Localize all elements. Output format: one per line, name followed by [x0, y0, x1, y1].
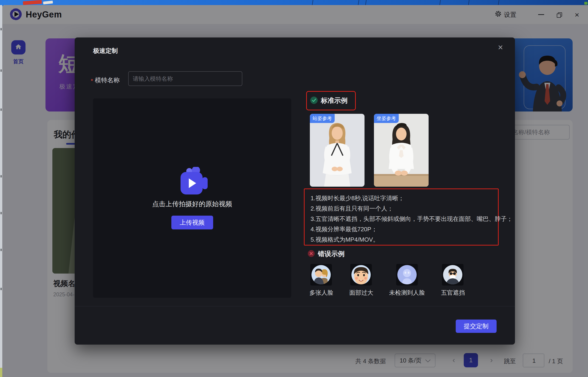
face-too-large-icon	[350, 264, 372, 285]
standard-example-label: 标准示例	[321, 96, 348, 105]
modal-title: 极速定制	[93, 47, 118, 55]
required-mark: *	[91, 77, 93, 85]
app-window: HeyGem 设置 × 首页 短 极速定	[2, 5, 588, 377]
x-circle-icon	[307, 250, 315, 258]
standing-pose-badge: 站姿参考	[310, 114, 335, 123]
no-face-detected-icon	[396, 264, 418, 285]
wallpaper-line	[358, 0, 359, 5]
upload-video-button[interactable]: 上传视频	[171, 216, 213, 229]
model-name-label: 模特名称	[95, 76, 120, 84]
modal-footer-divider	[75, 306, 515, 306]
wallpaper-line	[365, 0, 366, 5]
wallpaper-line	[468, 0, 469, 5]
error-example-label: 错误示例	[318, 249, 345, 259]
submit-custom-button[interactable]: 提交定制	[456, 319, 497, 333]
wallpaper-green-shape	[584, 2, 588, 5]
video-requirements-list: 1.视频时长最少8秒,说话吐字清晰； 2.视频前后有且只有同一个人； 3.五官清…	[304, 188, 499, 246]
rule-item: 4.视频分辨率最低720P；	[311, 224, 496, 235]
wallpaper-line	[439, 0, 441, 5]
error-example-header: 错误示例	[307, 249, 345, 259]
error-example-multiple-faces: 多张人脸	[309, 264, 333, 297]
error-example-face-too-large: 面部过大	[349, 264, 373, 297]
wallpaper-red-shape	[23, 0, 42, 5]
multiple-faces-icon	[310, 264, 332, 285]
error-example-no-face: 未检测到人脸	[387, 264, 427, 297]
error-example-occluded-face: 五官遮挡	[441, 264, 464, 297]
upload-hint: 点击上传拍摄好的原始视频	[93, 200, 291, 209]
desktop-edge-strip	[0, 5, 2, 377]
standard-example-highlight: 标准示例	[306, 91, 356, 110]
rule-item: 3.五官清晰不遮挡，头部不倾斜或侧向，手势不要出现在面部、嘴巴、脖子；	[311, 214, 496, 224]
occluded-face-icon	[442, 264, 464, 285]
wallpaper-line	[498, 0, 499, 5]
wallpaper-line	[312, 0, 313, 5]
quick-custom-modal: 极速定制 × * 模特名称 点击上传拍摄好的原始视频 上传视频	[75, 37, 515, 345]
model-name-input[interactable]	[128, 71, 242, 86]
video-camera-icon	[173, 167, 212, 196]
modal-close-icon[interactable]: ×	[498, 43, 503, 52]
rule-item: 2.视频前后有且只有同一个人；	[311, 203, 496, 214]
desktop-wallpaper-top	[0, 0, 588, 5]
sitting-pose-example: 坐姿参考	[374, 114, 429, 187]
sitting-pose-badge: 坐姿参考	[374, 114, 399, 123]
rule-item: 1.视频时长最少8秒,说话吐字清晰；	[311, 193, 496, 203]
video-upload-dropzone[interactable]: 点击上传拍摄好的原始视频 上传视频	[93, 98, 291, 298]
standing-pose-example: 站姿参考	[310, 114, 364, 187]
check-circle-icon	[310, 96, 318, 105]
rule-item: 5.视频格式为MP4/MOV。	[311, 235, 496, 245]
wallpaper-white-shape	[43, 1, 53, 4]
